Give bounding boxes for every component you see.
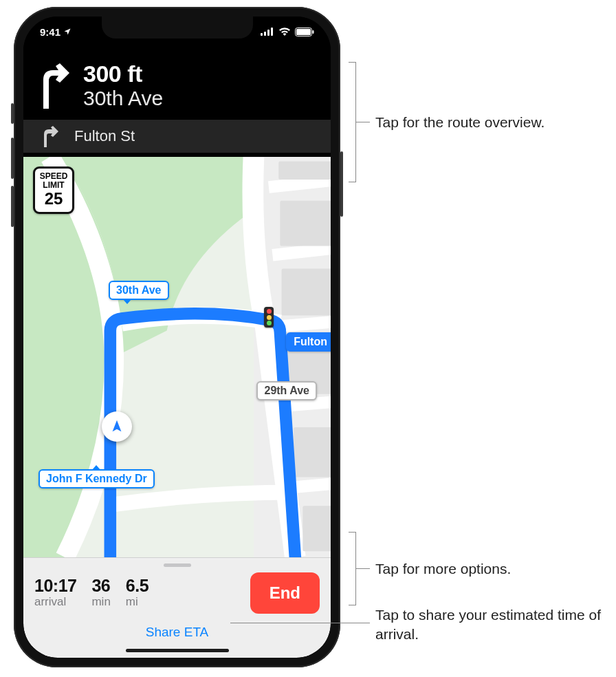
map-label-30th-ave: 30th Ave <box>109 281 169 300</box>
callout-bracket-1 <box>349 62 356 182</box>
callout-share-eta: Tap to share your estimated time of arri… <box>375 605 602 645</box>
tray-stats-row: 10:17 arrival 36 min 6.5 mi End <box>34 572 320 614</box>
arrival-stat: 10:17 arrival <box>34 577 76 609</box>
volume-down-button[interactable] <box>11 186 14 227</box>
svg-rect-14 <box>280 201 331 246</box>
turn-right-small-icon <box>38 125 59 147</box>
callout-bracket-2 <box>349 532 356 605</box>
direction-distance: 300 ft <box>83 62 163 85</box>
svg-rect-0 <box>261 33 263 36</box>
callout-line-1 <box>356 122 370 122</box>
share-eta-button[interactable]: Share ETA <box>34 625 320 640</box>
svg-rect-15 <box>282 269 331 316</box>
traffic-light-icon <box>264 307 274 327</box>
arrival-label: arrival <box>34 595 76 609</box>
map-label-29th-ave: 29th Ave <box>256 381 317 400</box>
callout-route-overview: Tap for the route overview. <box>375 113 544 132</box>
cellular-icon <box>261 28 274 36</box>
map-svg <box>23 157 331 557</box>
wifi-icon <box>278 28 291 36</box>
duration-stat: 36 min <box>91 577 110 609</box>
distance-stat: 6.5 mi <box>126 577 148 609</box>
speed-limit-sign: SPEED LIMIT 25 <box>33 166 74 214</box>
map-label-fulton: Fulton <box>286 332 331 352</box>
direction-next: Fulton St <box>23 120 331 153</box>
svg-rect-6 <box>313 30 314 34</box>
callout-more-options: Tap for more options. <box>375 559 511 579</box>
direction-street: 30th Ave <box>83 87 163 110</box>
distance-value: 6.5 <box>126 577 148 594</box>
duration-label: min <box>91 595 110 609</box>
power-button[interactable] <box>340 151 343 217</box>
callout-line-2 <box>356 568 370 569</box>
distance-label: mi <box>126 595 148 609</box>
location-icon <box>63 28 72 36</box>
status-icons <box>261 28 314 36</box>
battery-icon <box>295 28 314 36</box>
map[interactable]: SPEED LIMIT 25 30th Ave Fulton 29th Ave … <box>23 157 331 557</box>
duration-value: 36 <box>91 577 110 594</box>
volume-up-button[interactable] <box>11 138 14 179</box>
svg-rect-18 <box>302 506 331 551</box>
home-indicator[interactable] <box>126 649 229 652</box>
arrival-time: 10:17 <box>34 577 76 594</box>
svg-rect-1 <box>264 32 266 36</box>
speed-limit-label-2: LIMIT <box>36 181 71 189</box>
mute-switch[interactable] <box>11 103 14 124</box>
svg-rect-17 <box>294 427 331 477</box>
tray-grabber[interactable] <box>164 563 191 567</box>
map-label-jfk: John F Kennedy Dr <box>38 469 155 488</box>
direction-main: 300 ft 30th Ave <box>23 56 331 120</box>
turn-right-icon <box>32 63 71 109</box>
status-time-text: 9:41 <box>40 26 60 38</box>
end-button[interactable]: End <box>250 572 320 614</box>
current-location-puck <box>102 411 132 442</box>
svg-rect-3 <box>271 28 273 36</box>
svg-rect-2 <box>267 30 270 36</box>
speed-limit-value: 25 <box>36 191 71 207</box>
status-time: 9:41 <box>40 26 72 38</box>
direction-next-street: Fulton St <box>74 127 135 145</box>
notch <box>102 17 253 39</box>
svg-rect-13 <box>278 162 331 180</box>
callout-line-3 <box>230 623 370 623</box>
speed-limit-label-1: SPEED <box>36 172 71 180</box>
svg-rect-5 <box>296 29 311 35</box>
bottom-tray[interactable]: 10:17 arrival 36 min 6.5 mi End Share ET… <box>23 557 331 658</box>
phone-frame: 9:41 <box>14 7 340 667</box>
screen: 9:41 <box>23 17 331 658</box>
